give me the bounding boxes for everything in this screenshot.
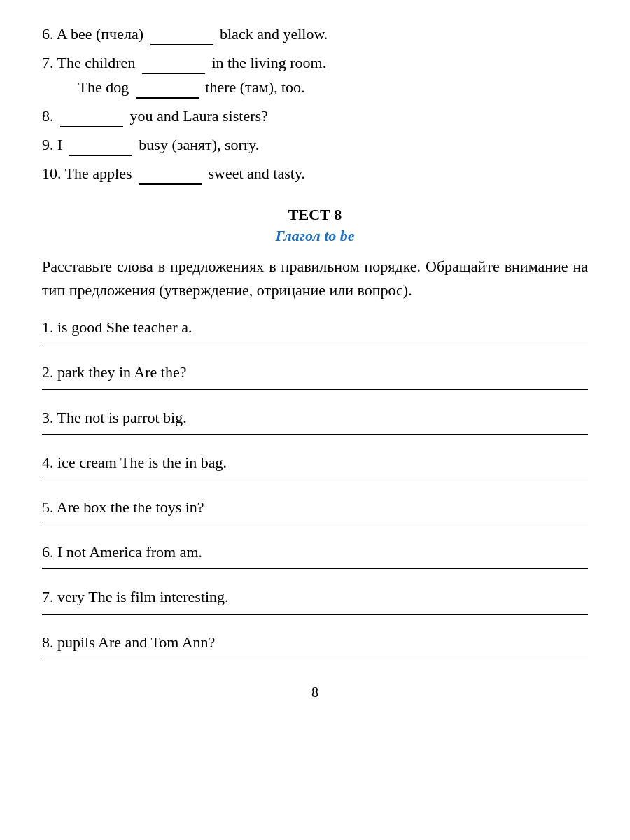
exercise-9-blank	[69, 132, 132, 156]
answer-item-6-text: 6. I not America from am.	[42, 540, 588, 564]
prev-exercises-list: 6. A bee (пчела) black and yellow. 7. Th…	[42, 21, 588, 185]
answer-item-2-text: 2. park they in Are the?	[42, 360, 588, 384]
prev-exercise-9: 9. I busy (занят), sorry.	[42, 132, 588, 156]
answer-item-7: 7. very The is film interesting.	[42, 584, 588, 625]
answer-item-3: 3. The not is parrot big.	[42, 405, 588, 446]
instruction: Расставьте слова в предложениях в правил…	[42, 255, 588, 302]
subtitle-text: Глагол to be	[275, 227, 354, 244]
exercise-10-blank	[139, 160, 202, 185]
prev-exercise-7: 7. The children in the living room. The …	[42, 50, 588, 99]
prev-exercise-10: 10. The apples sweet and tasty.	[42, 160, 588, 185]
answer-item-1-text: 1. is good She teacher a.	[42, 315, 588, 340]
prev-exercise-6: 6. A bee (пчела) black and yellow.	[42, 21, 588, 46]
section-title: ТЕСТ 8	[42, 206, 588, 224]
answer-items-list: 1. is good She teacher a.2. park they in…	[42, 315, 588, 671]
answer-item-6: 6. I not America from am.	[42, 540, 588, 580]
section-subtitle: Глагол to be	[42, 227, 588, 245]
answer-item-1-line	[42, 344, 588, 344]
answer-item-8-text: 8. pupils Are and Tom Ann?	[42, 630, 588, 654]
answer-item-8-line	[42, 659, 588, 659]
answer-item-4: 4. ice cream The is the in bag.	[42, 450, 588, 491]
answer-item-5: 5. Are box the the toys in?	[42, 495, 588, 536]
exercise-7-blank-1	[142, 50, 205, 74]
exercise-6-blank	[150, 21, 214, 46]
answer-item-7-text: 7. very The is film interesting.	[42, 584, 588, 609]
exercise-7-num: 7.	[42, 54, 54, 71]
answer-item-2-line	[42, 389, 588, 390]
exercise-8-blank	[60, 103, 123, 127]
answer-item-4-text: 4. ice cream The is the in bag.	[42, 450, 588, 475]
answer-item-5-line	[42, 524, 588, 524]
exercise-10-num: 10.	[42, 164, 62, 182]
answer-item-8: 8. pupils Are and Tom Ann?	[42, 630, 588, 671]
exercise-6-num: 6.	[42, 25, 54, 43]
answer-item-6-line	[42, 568, 588, 569]
answer-item-4-line	[42, 479, 588, 479]
exercise-6-text-after: black and yellow.	[220, 25, 328, 43]
exercise-8-num: 8.	[42, 107, 54, 125]
answer-item-5-text: 5. Are box the the toys in?	[42, 495, 588, 519]
answer-item-3-line	[42, 434, 588, 435]
page-number: 8	[42, 685, 588, 701]
answer-item-3-text: 3. The not is parrot big.	[42, 405, 588, 430]
answer-item-7-line	[42, 614, 588, 615]
answer-item-1: 1. is good She teacher a.	[42, 315, 588, 356]
exercise-7-blank-2	[136, 74, 199, 99]
answer-item-2: 2. park they in Are the?	[42, 360, 588, 400]
prev-exercise-8: 8. you and Laura sisters?	[42, 103, 588, 127]
